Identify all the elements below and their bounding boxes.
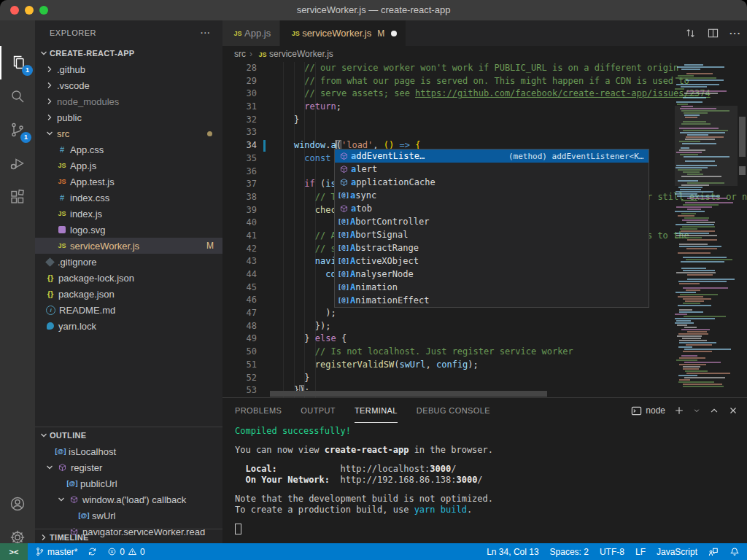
line-number[interactable]: 46	[222, 294, 257, 307]
unsaved-dot-icon[interactable]	[391, 31, 397, 36]
maximize-panel-icon[interactable]	[709, 405, 719, 416]
tree-item-.github[interactable]: .github	[35, 61, 222, 77]
minimap-slider[interactable]	[675, 106, 738, 186]
line-number[interactable]: 41	[222, 230, 257, 243]
tree-item-src[interactable]: src	[35, 125, 222, 141]
line-number[interactable]: 49	[222, 332, 257, 346]
line-number[interactable]: 30	[222, 88, 257, 101]
line-number[interactable]: 34	[222, 139, 257, 152]
line-number[interactable]: 53	[222, 384, 257, 397]
code-line-32[interactable]: 32 }	[222, 114, 747, 127]
notifications-bell-icon[interactable]	[729, 547, 740, 557]
line-number[interactable]: 31	[222, 101, 257, 114]
line-number[interactable]: 37	[222, 178, 257, 191]
tree-item-App.css[interactable]: #App.css	[35, 141, 222, 158]
extensions-icon[interactable]	[0, 180, 35, 214]
suggest-item-Animation[interactable]: [@]Animation	[335, 281, 649, 294]
suggest-item-addEventListe…[interactable]: addEventListe…(method) addEventListener<…	[335, 149, 649, 163]
line-number[interactable]: 52	[222, 372, 257, 385]
source-control-icon[interactable]: 1	[0, 113, 35, 147]
line-number[interactable]: 39	[222, 204, 257, 217]
language-mode-status[interactable]: JavaScript	[657, 547, 697, 557]
outline-header[interactable]: OUTLINE	[35, 427, 222, 443]
new-terminal-icon[interactable]	[674, 405, 684, 416]
suggest-item-AnimationEffect[interactable]: [@]AnimationEffect	[335, 294, 649, 307]
tree-item-.gitignore[interactable]: .gitignore	[35, 254, 222, 270]
problems-status[interactable]: 0 0	[107, 547, 144, 557]
editor-tab-serviceWorker.js[interactable]: JSserviceWorker.jsM	[280, 20, 406, 46]
eol-status[interactable]: LF	[635, 547, 646, 557]
line-number[interactable]: 42	[222, 243, 257, 256]
outline-item-register[interactable]: register	[35, 459, 222, 475]
accounts-icon[interactable]	[0, 487, 35, 521]
code-line-30[interactable]: 30 // serve assets; see https://github.c…	[222, 88, 747, 101]
line-number[interactable]: 33	[222, 126, 257, 139]
line-number[interactable]: 29	[222, 75, 257, 88]
line-number[interactable]: 35	[222, 152, 257, 166]
terminal-dropdown-chevron-icon[interactable]	[693, 407, 700, 414]
code-line-31[interactable]: 31 return;	[222, 101, 747, 114]
tree-item-logo.svg[interactable]: logo.svg	[35, 222, 222, 238]
line-number[interactable]: 50	[222, 346, 257, 359]
panel-tab-OUTPUT[interactable]: OUTPUT	[301, 398, 336, 422]
explorer-icon[interactable]: 1	[0, 46, 36, 79]
close-panel-icon[interactable]	[728, 405, 738, 416]
line-number[interactable]: 51	[222, 359, 257, 372]
project-root-row[interactable]: CREATE-REACT-APP	[35, 45, 222, 61]
line-number[interactable]: 28	[222, 62, 257, 75]
code-line-52[interactable]: 52 }	[222, 372, 747, 385]
outline-item-swUrl[interactable]: [@]swUrl	[35, 508, 222, 524]
horizontal-scrollbar-thumb[interactable]	[270, 391, 547, 397]
vertical-scrollbar[interactable]	[738, 62, 747, 397]
line-number[interactable]: 36	[222, 166, 257, 179]
editor-tab-App.js[interactable]: JSApp.js	[222, 20, 279, 46]
editor-more-actions-icon[interactable]: ···	[729, 28, 741, 39]
split-editor-icon[interactable]	[707, 27, 719, 39]
cursor-position-status[interactable]: Ln 34, Col 13	[487, 547, 538, 557]
code-line-28[interactable]: 28 // our service worker won't work if P…	[222, 62, 747, 75]
terminal-shell-picker[interactable]: node	[631, 405, 665, 416]
suggest-item-AbortController[interactable]: [@]AbortController	[335, 215, 649, 228]
suggest-item-applicationCache[interactable]: applicationCache	[335, 176, 649, 189]
suggest-item-ActiveXObject[interactable]: [@]ActiveXObject	[335, 254, 649, 268]
suggest-item-AbstractRange[interactable]: [@]AbstractRange	[335, 241, 649, 254]
tree-item-README.md[interactable]: iREADME.md	[35, 302, 222, 318]
tree-item-.vscode[interactable]: .vscode	[35, 77, 222, 93]
suggest-item-AbortSignal[interactable]: [@]AbortSignal	[335, 228, 649, 241]
outline-item-isLocalhost[interactable]: [@]isLocalhost	[35, 443, 222, 459]
line-number[interactable]: 48	[222, 320, 257, 333]
search-icon[interactable]	[0, 79, 35, 113]
run-debug-icon[interactable]	[0, 147, 35, 180]
vertical-scrollbar-thumb[interactable]	[739, 117, 746, 157]
tree-item-public[interactable]: public	[35, 109, 222, 125]
terminal-output[interactable]: Compiled successfully!You can now view c…	[235, 426, 493, 534]
suggest-item-atob[interactable]: atob	[335, 202, 649, 215]
code-line-51[interactable]: 51 registerValidSW(swUrl, config);	[222, 359, 747, 372]
line-number[interactable]: 47	[222, 307, 257, 320]
open-changes-icon[interactable]	[684, 27, 697, 39]
tree-item-node_modules[interactable]: node_modules	[35, 93, 222, 109]
panel-tab-PROBLEMS[interactable]: PROBLEMS	[235, 398, 282, 422]
code-line-48[interactable]: 48 });	[222, 320, 747, 333]
line-number[interactable]: 40	[222, 217, 257, 230]
code-line-29[interactable]: 29 // from what our page is served on. T…	[222, 75, 747, 88]
outline-item-window.a('load') callback[interactable]: window.a('load') callback	[35, 491, 222, 508]
tree-item-serviceWorker.js[interactable]: JSserviceWorker.jsM	[35, 238, 222, 254]
line-number[interactable]: 32	[222, 114, 257, 127]
suggest-item-alert[interactable]: alert	[335, 163, 649, 176]
outline-item-publicUrl[interactable]: [@]publicUrl	[35, 475, 222, 491]
timeline-header[interactable]: TIMELINE	[35, 529, 222, 543]
sync-status[interactable]	[88, 547, 97, 556]
code-line-33[interactable]: 33	[222, 126, 747, 139]
code-line-47[interactable]: 47 );	[222, 307, 747, 320]
remote-indicator[interactable]: ><	[0, 543, 28, 560]
git-branch-status[interactable]: master*	[35, 547, 77, 557]
feedback-icon[interactable]	[708, 547, 719, 557]
line-number[interactable]: 43	[222, 255, 257, 268]
code-line-49[interactable]: 49 } else {	[222, 332, 747, 346]
explorer-more-actions-icon[interactable]: ···	[201, 20, 211, 45]
line-number[interactable]: 44	[222, 268, 257, 281]
breadcrumb-item-src[interactable]: src	[234, 49, 246, 59]
tree-item-package-lock.json[interactable]: {}package-lock.json	[35, 270, 222, 286]
panel-tab-DEBUG CONSOLE[interactable]: DEBUG CONSOLE	[417, 398, 490, 422]
